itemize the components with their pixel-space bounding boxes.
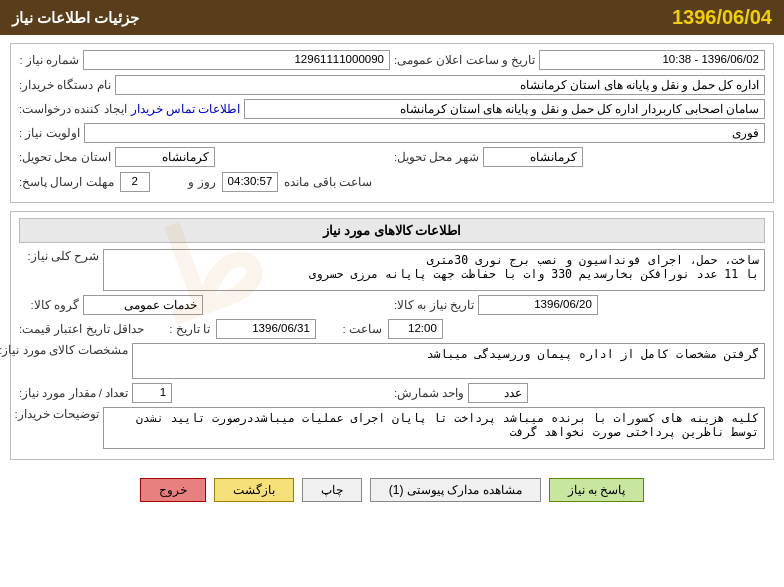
nam-dastgah-value: اداره کل حمل و نقل و پایانه های استان کر…: [115, 75, 765, 95]
ostan-value: کرمانشاه: [115, 147, 215, 167]
mohlat-roz-label: روز و: [156, 175, 216, 189]
shahr-label: شهر محل تحویل:: [394, 150, 479, 164]
mohlat-saat-label: ساعت باقی مانده: [284, 175, 371, 189]
hadaqal-label: حداقل تاریخ اعتبار قیمت:: [19, 322, 144, 336]
tarikh-niaz-label: تاریخ نیاز به کالا:: [394, 298, 474, 312]
pasokh-button[interactable]: پاسخ به نیاز: [549, 478, 645, 502]
bottom-buttons: پاسخ به نیاز مشاهده مدارک پیوستی (1) چاپ…: [10, 468, 774, 506]
vahed-value: عدد: [468, 383, 528, 403]
ettelaat-tamas-link[interactable]: اطلاعات تماس خریدار: [131, 102, 240, 116]
mohlat-label: مهلت ارسال پاسخ:: [19, 175, 114, 189]
gorohe-kala-label: گروه کالا:: [19, 298, 79, 312]
hadaqal-ta-value: 1396/06/31: [216, 319, 316, 339]
date-label: 1396/06/04: [672, 6, 772, 29]
mohlat-roz-value: 2: [120, 172, 150, 192]
owlovat-label: اولویت نیاز :: [19, 126, 80, 140]
hadaqal-ta-label: تا تاریخ :: [150, 322, 210, 336]
sharh-koli-textarea[interactable]: [103, 249, 765, 291]
ostan-label: استان محل تحویل:: [19, 150, 111, 164]
tarikh-aelan-label: تاریخ و ساعت اعلان عمومی:: [394, 53, 535, 67]
top-info-section: 1396/06/02 - 10:38 تاریخ و ساعت اعلان عم…: [10, 43, 774, 203]
chap-button[interactable]: چاپ: [302, 478, 362, 502]
towzih-textarea[interactable]: [103, 407, 765, 449]
shomare-niaz-value: 12961111000090: [83, 50, 390, 70]
bazgasht-button[interactable]: بازگشت: [214, 478, 294, 502]
kala-section-header: اطلاعات کالاهای مورد نیاز: [19, 218, 765, 243]
tarikh-aelan-value: 1396/06/02 - 10:38: [539, 50, 765, 70]
sharh-koli-label: شرح کلی نیاز:: [19, 249, 99, 263]
moshahedeh-button[interactable]: مشاهده مدارک پیوستی (1): [370, 478, 541, 502]
tarikh-niaz-value: 1396/06/20: [478, 295, 598, 315]
owlovat-value: فوری: [84, 123, 765, 143]
shomare-niaz-label: شماره نیاز :: [19, 53, 79, 67]
ijad-konnande-value: سامان اصحابی کاربردار اداره کل حمل و نقل…: [244, 99, 765, 119]
hadaqal-saat-label: ساعت :: [322, 322, 382, 336]
nam-dastgah-label: نام دستگاه خریدار:: [19, 78, 111, 92]
tedad-moord-label: تعداد / مقدار مورد نیاز:: [19, 386, 128, 400]
shahr-value: کرمانشاه: [483, 147, 583, 167]
towzih-label: توضیحات خریدار:: [19, 407, 99, 421]
tedad-moord-value: 1: [132, 383, 172, 403]
page-title: جزئیات اطلاعات نیاز: [12, 9, 139, 27]
ijad-konnande-label: ایجاد کننده درخواست:: [19, 102, 127, 116]
mohlat-saat-value: 04:30:57: [222, 172, 279, 192]
top-bar: 1396/06/04 جزئیات اطلاعات نیاز: [0, 0, 784, 35]
kala-section: اطلاعات کالاهای مورد نیاز شرح کلی نیاز: …: [10, 211, 774, 460]
khoroj-button[interactable]: خروج: [140, 478, 206, 502]
hadaqal-saat-value: 12:00: [388, 319, 443, 339]
gorohe-kala-value: خدمات عمومی: [83, 295, 203, 315]
moshakhasat-textarea[interactable]: [132, 343, 765, 379]
moshakhasat-label: مشخصات کالای مورد نیاز:: [19, 343, 128, 357]
vahed-label: واحد شمارش:: [394, 386, 464, 400]
